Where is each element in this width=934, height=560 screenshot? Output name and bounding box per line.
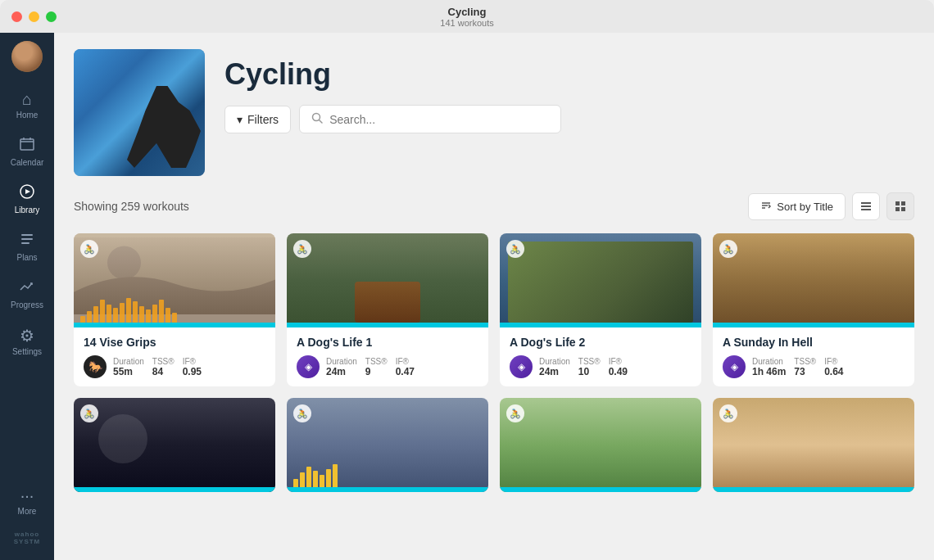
tss-stat: TSS® 9 bbox=[365, 357, 388, 377]
sidebar-label-calendar: Calendar bbox=[11, 158, 44, 167]
card-sport-icon: 🚴 bbox=[80, 240, 98, 258]
avatar-icon: ◈ bbox=[518, 361, 525, 373]
app-body: ⌂ Home Calendar Library bbox=[0, 33, 934, 560]
hero-controls: ▾ Filters bbox=[224, 105, 561, 133]
card-bottom-bar bbox=[74, 487, 275, 492]
workout-card[interactable]: 🚴 bbox=[287, 398, 488, 492]
toolbar: Showing 259 workouts Sort by Title bbox=[74, 192, 914, 220]
sidebar-item-settings[interactable]: ⚙ Settings bbox=[0, 318, 54, 364]
sidebar-item-library[interactable]: Library bbox=[0, 175, 54, 223]
card-image: 🚴 bbox=[500, 233, 701, 327]
search-input[interactable] bbox=[329, 113, 549, 126]
sidebar-item-calendar[interactable]: Calendar bbox=[0, 128, 54, 175]
card-image: 🚴 bbox=[287, 398, 488, 492]
sidebar-label-progress: Progress bbox=[11, 300, 43, 309]
card-image: 🚴 bbox=[500, 398, 701, 492]
svg-marker-5 bbox=[25, 189, 30, 194]
sort-icon bbox=[760, 200, 772, 214]
maximize-button[interactable] bbox=[46, 11, 57, 22]
card-meta: ◈ Duration 24m TSS® 9 bbox=[297, 355, 478, 378]
subtitle-text: 141 workouts bbox=[440, 18, 493, 28]
card-body: 14 Vise Grips 🐎 Duration 55m TSS® bbox=[74, 327, 275, 386]
svg-rect-7 bbox=[21, 238, 33, 240]
hero-section: Cycling ▾ Filters bbox=[74, 49, 914, 176]
avatar-image bbox=[11, 41, 43, 72]
card-image: 🚴 bbox=[713, 398, 914, 492]
card-bottom-bar bbox=[713, 323, 914, 327]
list-view-button[interactable] bbox=[852, 192, 880, 220]
avatar[interactable] bbox=[11, 41, 43, 72]
minimize-button[interactable] bbox=[29, 11, 39, 22]
sidebar-item-progress[interactable]: Progress bbox=[0, 270, 54, 318]
main-content: Cycling ▾ Filters bbox=[54, 33, 934, 560]
workout-card[interactable]: 🚴 A Dog's Life 1 ◈ Duration 24m bbox=[287, 233, 488, 386]
duration-label: Duration bbox=[113, 357, 144, 366]
workout-card[interactable]: 🚴 A Sunday In Hell ◈ Duration 1h 46m bbox=[713, 233, 914, 386]
sidebar-item-plans[interactable]: Plans bbox=[0, 223, 54, 270]
card-meta: ◈ Duration 1h 46m TSS® 73 bbox=[723, 355, 905, 378]
if-label: IF® bbox=[396, 357, 409, 366]
tss-stat: TSS® 84 bbox=[152, 357, 175, 377]
calendar-icon bbox=[19, 136, 35, 156]
if-value: 0.64 bbox=[824, 366, 843, 377]
card-bottom-bar bbox=[500, 487, 701, 492]
sidebar-label-settings: Settings bbox=[12, 347, 42, 356]
progress-icon bbox=[19, 278, 35, 299]
tss-label: TSS® bbox=[578, 357, 601, 366]
card-avatar: ◈ bbox=[297, 355, 320, 378]
card-sport-icon: 🚴 bbox=[719, 404, 737, 422]
sort-label: Sort by Title bbox=[777, 201, 833, 213]
workout-card[interactable]: 🚴 A Dog's Life 2 ◈ Duration 24m bbox=[500, 233, 701, 386]
svg-rect-14 bbox=[861, 202, 871, 204]
card-stats: Duration 24m TSS® 10 IF® 0.49 bbox=[539, 357, 628, 377]
sidebar: ⌂ Home Calendar Library bbox=[0, 33, 54, 560]
svg-line-10 bbox=[320, 120, 323, 124]
hero-title: Cycling bbox=[224, 57, 561, 92]
tss-stat: TSS® 10 bbox=[578, 357, 601, 377]
duration-value: 55m bbox=[113, 366, 133, 377]
more-icon: ··· bbox=[20, 486, 34, 505]
sidebar-label-more: More bbox=[18, 507, 37, 516]
if-value: 0.95 bbox=[183, 366, 202, 377]
card-sport-icon: 🚴 bbox=[506, 404, 524, 422]
close-button[interactable] bbox=[11, 11, 22, 22]
sidebar-label-plans: Plans bbox=[16, 253, 37, 262]
card-bottom-bar bbox=[287, 487, 488, 492]
search-bar[interactable] bbox=[299, 105, 561, 133]
sidebar-item-home[interactable]: ⌂ Home bbox=[0, 82, 54, 128]
sidebar-bottom: ··· More wahooSYSTM bbox=[0, 478, 54, 552]
card-meta: ◈ Duration 24m TSS® 10 bbox=[510, 355, 691, 378]
card-sport-icon: 🚴 bbox=[506, 240, 524, 258]
workout-card[interactable]: 🚴 bbox=[500, 398, 701, 492]
if-value: 0.47 bbox=[396, 366, 415, 377]
card-title: A Dog's Life 1 bbox=[297, 336, 478, 349]
sidebar-item-more[interactable]: ··· More bbox=[0, 478, 54, 524]
card-title: 14 Vise Grips bbox=[84, 336, 265, 349]
filters-button[interactable]: ▾ Filters bbox=[224, 106, 291, 133]
svg-rect-18 bbox=[901, 201, 905, 205]
card-sport-icon: 🚴 bbox=[293, 404, 311, 422]
tss-value: 84 bbox=[152, 366, 163, 377]
if-stat: IF® 0.47 bbox=[396, 357, 415, 377]
card-avatar: ◈ bbox=[723, 355, 746, 378]
card-image: 🚴 bbox=[74, 233, 275, 327]
if-stat: IF® 0.49 bbox=[609, 357, 628, 377]
sort-button[interactable]: Sort by Title bbox=[748, 193, 846, 220]
duration-label: Duration bbox=[326, 357, 357, 366]
card-sport-icon: 🚴 bbox=[719, 240, 737, 258]
workout-card[interactable]: 🚴 14 Vise Grips 🐎 Duration 55m bbox=[74, 233, 275, 386]
svg-rect-15 bbox=[861, 205, 871, 207]
workout-card[interactable]: 🚴 bbox=[74, 398, 275, 492]
svg-rect-20 bbox=[901, 207, 905, 211]
if-label: IF® bbox=[183, 357, 196, 366]
grid-view-button[interactable] bbox=[886, 192, 914, 220]
tss-value: 9 bbox=[365, 366, 371, 377]
card-avatar: ◈ bbox=[510, 355, 533, 378]
hero-image bbox=[74, 49, 205, 176]
card-bottom-bar bbox=[500, 323, 701, 327]
tss-label: TSS® bbox=[794, 357, 816, 366]
workout-card[interactable]: 🚴 bbox=[713, 398, 914, 492]
duration-value: 24m bbox=[326, 366, 346, 377]
tss-value: 10 bbox=[578, 366, 589, 377]
svg-rect-6 bbox=[21, 234, 33, 236]
